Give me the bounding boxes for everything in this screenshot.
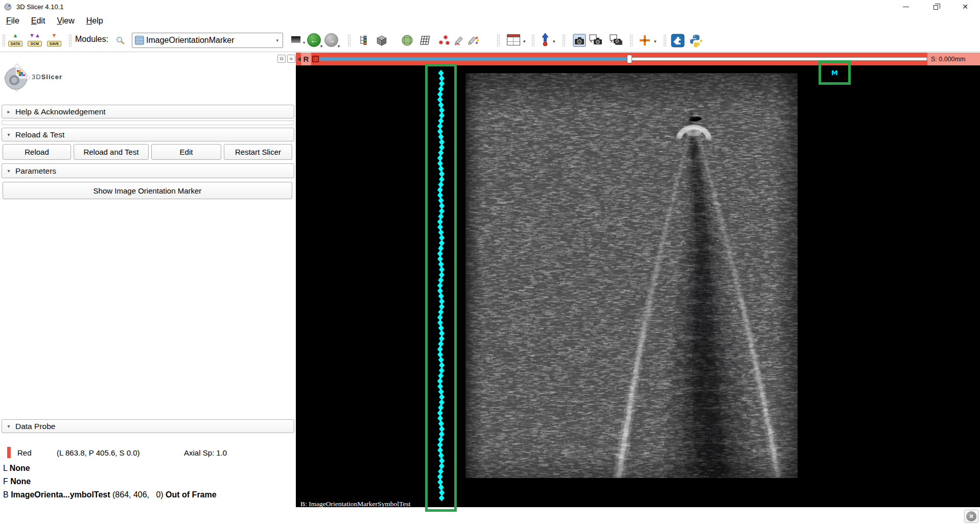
layout-dropdown-icon[interactable]: ▾ <box>523 39 526 44</box>
slice-ras-coordinates: (L 863.8, P 405.6, S 0.0) <box>57 448 140 457</box>
module-icon <box>135 36 144 45</box>
forward-icon[interactable]: → <box>324 33 338 47</box>
volume-rendering-sphere-icon[interactable] <box>400 33 414 47</box>
section-reload-test[interactable]: ▾ Reload & Test <box>2 128 294 141</box>
menu-file[interactable]: File <box>1 15 25 27</box>
close-button[interactable]: ✕ <box>950 0 980 13</box>
slice-link-icon[interactable] <box>312 56 319 62</box>
collapsed-section-frame <box>2 121 294 125</box>
reload-button[interactable]: Reload <box>3 144 71 160</box>
crosshair-icon[interactable] <box>638 33 652 47</box>
selected-module: ImageOrientationMarker <box>146 36 235 45</box>
app-window: 3D Slicer 4.10.1 ✕ File Edit View Help ▲… <box>0 0 980 524</box>
slice-name: Red <box>17 448 32 457</box>
menubar: File Edit View Help <box>0 13 980 29</box>
collapse-down-icon: ▾ <box>2 132 15 137</box>
collapse-down-icon: ▾ <box>2 423 15 429</box>
restore-button[interactable] <box>921 0 950 13</box>
close-icon: ✕ <box>962 3 968 10</box>
modules-label: Modules: <box>75 35 108 44</box>
reload-and-test-button[interactable]: Reload and Test <box>74 144 149 160</box>
restart-slicer-button[interactable]: Restart Slicer <box>224 144 292 160</box>
annotations-edit-icon[interactable] <box>466 33 480 47</box>
load-dicom-icon[interactable]: ▼▲DCM <box>28 33 42 47</box>
edit-button[interactable]: Edit <box>151 144 221 160</box>
section-label: Parameters <box>15 166 56 176</box>
toolbar-drag-handle[interactable] <box>497 34 500 46</box>
slice-offset-value: S: 0.000mm <box>927 53 980 65</box>
show-image-orientation-marker-button[interactable]: Show Image Orientation Marker <box>3 182 292 199</box>
section-label: Reload & Test <box>15 130 64 139</box>
module-history-icon[interactable] <box>291 36 300 43</box>
section-parameters[interactable]: ▾ Parameters <box>2 163 294 178</box>
red-slice-color-swatch <box>7 447 11 458</box>
toolbar-drag-handle[interactable] <box>629 34 633 46</box>
toolbar: ▲DATA ▼▲DCM ▼SAVE Modules: ImageOrientat… <box>0 29 980 52</box>
toolbar-drag-handle[interactable] <box>663 34 667 46</box>
panel-undock-icon[interactable]: ⧉ <box>277 55 286 63</box>
statusbar: ✕ <box>0 507 980 524</box>
combo-dropdown-icon: ▾ <box>276 38 278 43</box>
save-data-icon[interactable]: ▼SAVE <box>47 33 61 47</box>
slice-orientation-label: R <box>301 53 311 65</box>
module-tree-icon[interactable] <box>357 33 371 47</box>
extensions-manager-icon[interactable] <box>670 33 685 47</box>
scene-view-restore-icon[interactable] <box>609 33 623 47</box>
minimize-icon <box>903 7 909 7</box>
probe-layer-foreground: F None <box>3 477 31 486</box>
transforms-grid-icon[interactable] <box>418 33 432 47</box>
section-label: Help & Acknowledgement <box>15 107 106 116</box>
corner-annotation: B: ImageOrientationMarkerSymbolTest <box>300 500 410 507</box>
python-console-icon[interactable] <box>689 33 703 47</box>
collapse-right-icon: ▸ <box>2 109 15 114</box>
sample-data-cube-icon[interactable] <box>375 33 389 47</box>
slicer-logo-text: 3DSlicer <box>32 73 62 81</box>
scene-view-capture-icon[interactable] <box>589 33 603 47</box>
toolbar-drag-handle[interactable] <box>562 34 566 46</box>
titlebar: 3D Slicer 4.10.1 ✕ <box>0 0 980 13</box>
toolbar-drag-handle[interactable] <box>531 34 535 46</box>
menu-help[interactable]: Help <box>81 15 108 27</box>
mouse-mode-dropdown-icon[interactable]: ▾ <box>553 39 555 44</box>
toolbar-drag-handle[interactable] <box>2 34 6 46</box>
slice-controller-bar: R S: 0.000mm <box>296 53 980 65</box>
toolbar-drag-handle[interactable] <box>68 34 72 46</box>
slider-fill <box>320 58 629 60</box>
module-panel: ⧉ ✕ 3DSlicer ▸ Help & Acknowledgement <box>0 53 296 524</box>
mouse-interaction-mode-icon[interactable] <box>542 33 549 47</box>
menu-view[interactable]: View <box>52 15 79 27</box>
minimize-button[interactable] <box>891 0 921 13</box>
crosshair-dropdown-icon[interactable]: ▾ <box>654 39 657 44</box>
load-data-icon[interactable]: ▲DATA <box>8 33 22 47</box>
probe-layer-label: L None <box>3 464 30 473</box>
probe-layer-background: B ImageOrienta...ymbolTest (864, 406, 0)… <box>3 490 217 499</box>
layout-selector-icon[interactable] <box>507 34 520 45</box>
menu-edit[interactable]: Edit <box>26 15 51 27</box>
section-help-acknowledgement[interactable]: ▸ Help & Acknowledgement <box>2 105 294 118</box>
section-data-probe[interactable]: ▾ Data Probe <box>2 419 294 433</box>
module-selector-combobox[interactable]: ImageOrientationMarker ▾ <box>132 33 283 48</box>
collapse-down-icon: ▾ <box>2 168 15 174</box>
restore-icon <box>934 5 938 10</box>
slice-view-area[interactable]: B: ImageOrientationMarkerSymbolTest <box>296 65 980 507</box>
red-slice-viewer: R S: 0.000mm B: ImageOrientationMarkerSy… <box>296 53 980 507</box>
highlight-rectangle-orientation-marker: M <box>819 60 851 85</box>
slice-spacing: Axial Sp: 1.0 <box>184 448 227 457</box>
orientation-marker-letter: M <box>831 69 838 77</box>
back-icon[interactable]: ← <box>307 33 321 47</box>
annotations-pencil-icon[interactable] <box>452 33 466 47</box>
panel-close-icon[interactable]: ✕ <box>287 55 295 63</box>
slicer-logo <box>3 63 31 92</box>
markups-fiducials-icon[interactable] <box>437 33 452 47</box>
section-label: Data Probe <box>15 422 55 431</box>
window-title: 3D Slicer 4.10.1 <box>16 3 64 11</box>
screenshot-camera-icon[interactable] <box>572 33 587 47</box>
module-search-icon[interactable] <box>116 37 122 42</box>
statusbar-close-button[interactable]: ✕ <box>964 510 978 523</box>
main-area: ⧉ ✕ 3DSlicer ▸ Help & Acknowledgement <box>0 53 980 524</box>
app-icon <box>4 3 12 11</box>
toolbar-drag-handle[interactable] <box>347 34 351 46</box>
fiducial-marker-line <box>437 69 445 504</box>
ultrasound-image[interactable] <box>465 73 798 478</box>
slider-handle[interactable] <box>627 55 632 63</box>
